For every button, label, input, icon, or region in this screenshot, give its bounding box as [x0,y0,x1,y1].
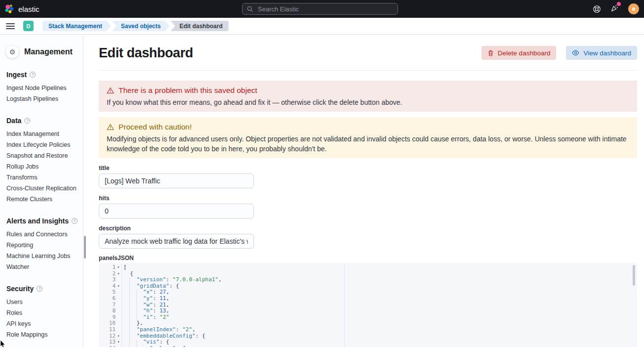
code-line: 5"x": 27, [99,289,637,296]
fold-arrow-icon[interactable]: ▾ [116,264,121,271]
sidebar-item-reporting[interactable]: Reporting [6,240,83,251]
sidebar-item-remote-clusters[interactable]: Remote Clusters [6,194,83,205]
warning-callout-title: Proceed with caution! [119,123,192,131]
sidebar-item-watcher[interactable]: Watcher [6,261,83,272]
top-header-bar: elastic e [0,0,644,18]
gutter-separator [121,263,122,347]
delete-dashboard-label: Delete dashboard [498,49,551,57]
fold-arrow-icon[interactable]: ▾ [116,283,121,290]
fold-spacer [116,308,121,314]
search-input[interactable] [257,5,393,13]
sidebar-item-cross-cluster-replication[interactable]: Cross-Cluster Replication [6,183,83,194]
line-number: 1 [99,264,116,271]
indent-spacer [143,346,150,347]
sidebar-item-api-keys[interactable]: API keys [6,318,83,329]
indent-guide [130,346,136,347]
sidebar-item-snapshot-and-restore[interactable]: Snapshot and Restore [6,150,83,161]
print-margin-line [344,263,345,347]
alert-triangle-icon [107,87,114,94]
indent-guide [123,314,130,321]
sidebar-item-rollup-jobs[interactable]: Rollup Jobs [6,161,83,172]
fold-arrow-icon[interactable]: ▾ [116,339,121,346]
indent-guide [123,346,130,347]
sidebar-item-index-management[interactable]: Index Management [6,129,83,139]
logo-text: elastic [18,5,40,13]
indent-spacer [130,320,136,327]
indent-spacer [137,339,143,346]
sidebar-section-alerts-and-insights: Alerts and Insights? [6,217,83,225]
fold-arrow-icon[interactable]: ▾ [116,346,121,347]
sidebar-item-logstash-pipelines[interactable]: Logstash Pipelines [6,93,83,104]
section-help-icon: ? [72,218,78,224]
sidebar-item-transforms[interactable]: Transforms [6,172,83,183]
description-field[interactable] [99,234,254,249]
sidebar-item-roles[interactable]: Roles [6,307,83,318]
global-search[interactable] [242,3,398,15]
mouse-cursor [0,340,6,348]
code-text: "colors": { [121,346,186,347]
sidebar-item-users[interactable]: Users [6,297,83,307]
view-dashboard-label: View dashboard [583,49,631,57]
breadcrumb-bar: D Stack ManagementSaved objectsEdit dash… [0,18,644,35]
panelsjson-code-editor[interactable]: 1▾[2▾{3"version": "7.0.0-alpha1",4▾"grid… [99,263,637,347]
error-callout: There is a problem with this saved objec… [99,81,637,112]
fold-arrow-icon[interactable]: ▾ [116,271,121,277]
newsfeed-button[interactable] [610,4,619,14]
sidebar-item-machine-learning-jobs[interactable]: Machine Learning Jobs [6,251,83,261]
error-callout-title: There is a problem with this saved objec… [119,86,257,95]
management-sidebar: ⚙ Management Ingest?Ingest Node Pipeline… [0,35,83,348]
section-help-icon: ? [24,118,30,124]
breadcrumb-saved-objects[interactable]: Saved objects [112,21,170,31]
warning-callout: Proceed with caution! Modifying objects … [99,117,637,158]
editor-lines: 1▾[2▾{3"version": "7.0.0-alpha1",4▾"grid… [99,264,637,347]
code-line: 14▾"colors": { [99,346,637,347]
sidebar-item-rules-and-connectors[interactable]: Rules and Connectors [6,229,83,240]
breadcrumb-stack-management[interactable]: Stack Management [42,21,111,31]
title-label: title [99,165,637,172]
indent-guide [130,296,136,302]
elastic-logo[interactable]: elastic [0,4,40,14]
code-line: 6"y": 11, [99,296,637,302]
gear-icon: ⚙ [6,45,19,58]
line-number: 11 [99,327,116,333]
delete-dashboard-button[interactable]: Delete dashboard [482,46,557,60]
editor-scrollbar[interactable] [633,265,635,286]
section-help-icon: ? [30,72,36,78]
sidebar-scrollbar[interactable] [84,236,86,259]
indent-guide [130,339,136,346]
indent-guide [130,302,136,308]
menu-hamburger-icon[interactable] [4,20,17,33]
sidebar-item-role-mappings[interactable]: Role Mappings [6,329,83,340]
section-help-icon: ? [37,286,42,292]
fold-spacer [116,327,121,333]
fold-spacer [116,277,121,283]
sidebar-section-data: Data? [6,116,83,125]
line-number: 13 [99,339,116,346]
main-panel: Edit dashboard Delete dashboard [83,35,644,348]
indent-guide [123,308,130,314]
user-avatar[interactable]: e [628,3,639,14]
hits-field[interactable] [99,204,254,218]
page-title: Edit dashboard [99,45,193,61]
description-label: description [99,225,637,232]
saved-object-form: titlehitsdescription [99,165,637,249]
code-line: 1▾[ [99,264,637,271]
code-line: 8"h": 13, [99,308,637,314]
help-lifering-icon[interactable] [593,5,601,13]
sidebar-item-ingest-node-pipelines[interactable]: Ingest Node Pipelines [6,83,83,93]
fold-arrow-icon[interactable]: ▾ [116,333,121,340]
fold-spacer [116,296,121,302]
sidebar-item-index-lifecycle-policies[interactable]: Index Lifecycle Policies [6,139,83,150]
notification-dot [617,2,621,6]
sidebar-section-ingest: Ingest? [6,70,83,79]
hits-label: hits [99,195,637,202]
indent-spacer [137,289,143,296]
code-line: 3"version": "7.0.0-alpha1", [99,277,637,283]
fold-spacer [116,289,121,296]
eye-icon [572,50,579,56]
fold-spacer [116,314,121,321]
title-field[interactable] [99,174,254,188]
space-badge[interactable]: D [23,21,34,31]
elastic-logo-icon [4,4,14,14]
view-dashboard-button[interactable]: View dashboard [566,46,637,60]
